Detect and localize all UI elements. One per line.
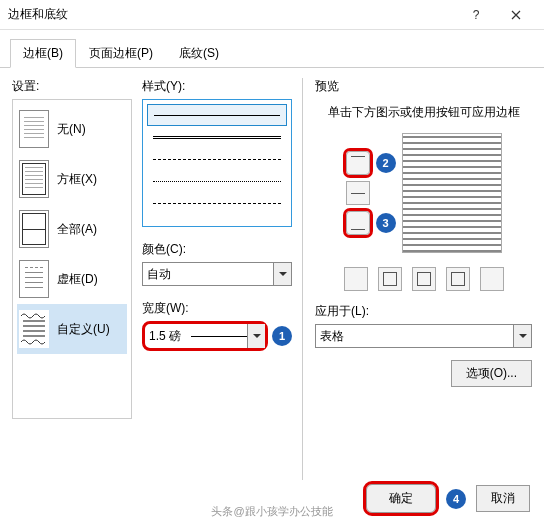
preview-diag2-button[interactable] [480,267,504,291]
width-value: 1.5 磅 [149,328,181,345]
preview-bottom-button[interactable] [346,211,370,235]
apply-combo[interactable]: 表格 [315,324,532,348]
setting-label: 方框(X) [57,171,97,188]
badge-4: 4 [446,489,466,509]
setting-label: 无(N) [57,121,86,138]
setting-box[interactable]: 方框(X) [17,154,127,204]
none-icon [19,110,49,148]
custom-icon [19,310,49,348]
style-solid[interactable] [147,104,287,126]
width-label: 宽度(W): [142,300,292,317]
setting-none[interactable]: 无(N) [17,104,127,154]
setting-all[interactable]: 全部(A) [17,204,127,254]
chevron-down-icon[interactable] [513,325,531,347]
tab-page-border[interactable]: 页面边框(P) [76,39,166,68]
watermark: 头条@跟小孩学办公技能 [211,504,332,519]
width-combo[interactable]: 1.5 磅 [142,321,268,351]
apply-value: 表格 [320,328,344,345]
setting-label: 全部(A) [57,221,97,238]
box-icon [19,160,49,198]
preview-left-button[interactable] [378,267,402,291]
color-value: 自动 [147,266,171,283]
preview-top-button[interactable] [346,151,370,175]
style-dash2[interactable] [147,170,287,192]
help-button[interactable]: ? [456,1,496,29]
preview-right-button[interactable] [446,267,470,291]
style-dash1[interactable] [147,148,287,170]
close-button[interactable] [496,1,536,29]
settings-label: 设置: [12,78,132,95]
chevron-down-icon[interactable] [247,324,265,348]
tab-border[interactable]: 边框(B) [10,39,76,68]
tab-shading[interactable]: 底纹(S) [166,39,232,68]
setting-label: 自定义(U) [57,321,110,338]
setting-dashed[interactable]: 虚框(D) [17,254,127,304]
svg-rect-1 [23,325,45,327]
setting-label: 虚框(D) [57,271,98,288]
badge-1: 1 [272,326,292,346]
options-button[interactable]: 选项(O)... [451,360,532,387]
svg-rect-2 [23,330,45,332]
color-combo[interactable]: 自动 [142,262,292,286]
svg-rect-3 [23,335,45,337]
preview-vmid-button[interactable] [412,267,436,291]
ok-button[interactable]: 确定 [366,484,436,513]
preview-diag-button[interactable] [344,267,368,291]
style-dash3[interactable] [147,192,287,214]
style-listbox[interactable] [142,99,292,227]
dashed-icon [19,260,49,298]
color-label: 颜色(C): [142,241,292,258]
preview-mid-button[interactable] [346,181,370,205]
setting-custom[interactable]: 自定义(U) [17,304,127,354]
apply-label: 应用于(L): [315,303,532,320]
svg-rect-0 [23,320,45,322]
chevron-down-icon[interactable] [273,263,291,285]
cancel-button[interactable]: 取消 [476,485,530,512]
preview-label: 预览 [315,78,532,95]
all-icon [19,210,49,248]
preview-doc-icon [402,133,502,253]
style-label: 样式(Y): [142,78,292,95]
badge-3: 3 [376,213,396,233]
preview-hint: 单击下方图示或使用按钮可应用边框 [315,103,532,121]
badge-2: 2 [376,153,396,173]
window-title: 边框和底纹 [8,6,456,23]
style-double[interactable] [147,126,287,148]
